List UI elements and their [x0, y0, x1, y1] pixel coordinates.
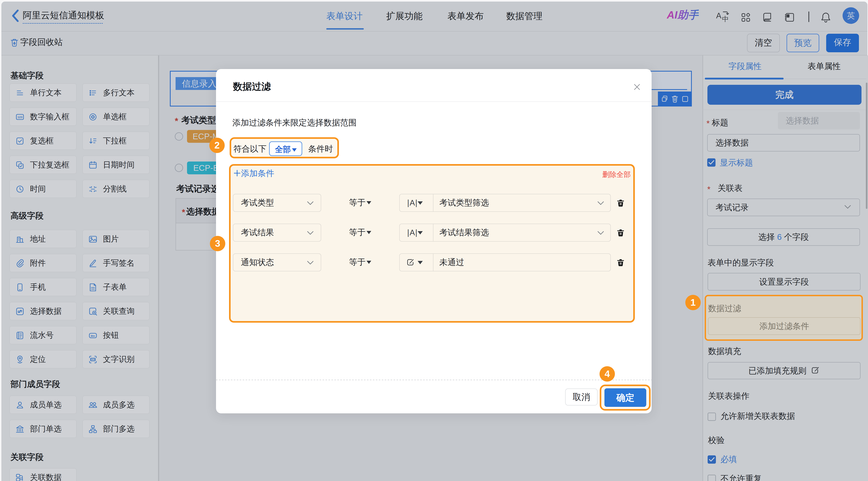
- svg-text:123: 123: [18, 116, 22, 119]
- svg-text:Btn: Btn: [91, 334, 95, 338]
- svg-text:OCR: OCR: [91, 358, 95, 361]
